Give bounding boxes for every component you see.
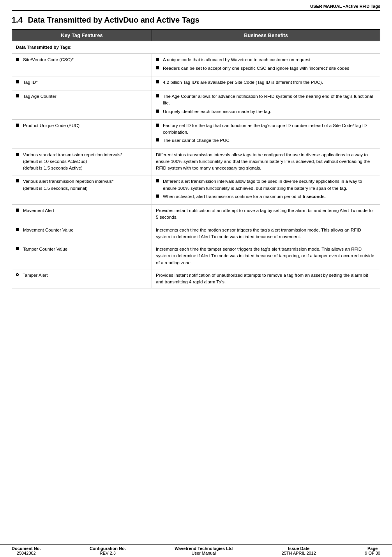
footer-company-label: Wavetrend Technologies Ltd [175, 546, 233, 551]
header-title: USER MANUAL –Active RFID Tags [310, 4, 380, 9]
left-cell-0: Site/Vendor Code (CSC)* [12, 54, 152, 76]
section-title: 1.4 Data Transmitted by ActivDuo and Act… [12, 16, 380, 25]
col1-header: Key Tag Features [12, 30, 152, 41]
footer-issue: Issue Date 25TH APRIL 2012 [282, 546, 316, 555]
table-row: Product Unique Code (PUC)Factory set ID … [12, 119, 380, 149]
left-cell-text-1: Tag ID* [23, 79, 148, 86]
left-cell-1: Tag ID* [12, 76, 152, 90]
left-cell-text-8: Tamper Counter Value [23, 246, 148, 253]
right-cell-7: Increments each time the motion sensor t… [152, 224, 380, 243]
left-cell-text-0: Site/Vendor Code (CSC)* [23, 57, 148, 63]
bullet-square-icon [16, 179, 19, 182]
footer-config-label: Configuration No. [90, 546, 126, 551]
left-cell-text-9: Tamper Alert [23, 272, 148, 279]
right-bullet-square-icon [156, 66, 159, 69]
footer-config-value: REV 2.3 [100, 551, 116, 555]
right-cell-6: Provides instant notification of an atte… [152, 205, 380, 224]
main-table: Key Tag Features Business Benefits Data … [12, 29, 380, 288]
bullet-square-icon [16, 247, 19, 250]
footer-company-value: User Manual [192, 551, 216, 555]
left-cell-6: Movement Alert [12, 205, 152, 224]
footer-doc-value: 25042002 [17, 551, 36, 555]
left-cell-2: Tag Age Counter [12, 90, 152, 120]
section-number: 1.4 [12, 16, 23, 24]
bullet-square-icon [16, 94, 19, 97]
right-cell-9: Provides instant notification of unautho… [152, 269, 380, 288]
bullet-square-icon [16, 80, 19, 83]
footer-company: Wavetrend Technologies Ltd User Manual [175, 546, 233, 555]
table-row: Tamper AlertProvides instant notificatio… [12, 269, 380, 288]
header-bar: USER MANUAL –Active RFID Tags [12, 4, 380, 11]
left-cell-3: Product Unique Code (PUC) [12, 119, 152, 149]
right-bullet-square-icon [156, 124, 159, 127]
footer-page-label: Page [367, 546, 378, 551]
col2-header: Business Benefits [152, 30, 380, 41]
table-row: Tag ID*4.2 billion Tag ID's are availabl… [12, 76, 380, 90]
footer-page: Page 9 OF 30 [365, 546, 380, 555]
right-cell-8: Increments each time the tamper sensor t… [152, 243, 380, 269]
left-cell-text-6: Movement Alert [23, 207, 148, 214]
left-cell-text-2: Tag Age Counter [23, 93, 148, 100]
table-row: Various standard transmission repetition… [12, 149, 380, 175]
right-bullet-square-icon [156, 179, 159, 182]
left-cell-9: Tamper Alert [12, 269, 152, 288]
bullet-circle-icon [16, 273, 19, 276]
table-row: Tag Age CounterThe Age Counter allows fo… [12, 90, 380, 120]
section-heading: Data Transmitted by ActivDuo and Active … [28, 16, 199, 24]
footer-issue-label: Issue Date [288, 546, 309, 551]
bullet-square-icon [16, 153, 19, 156]
footer-doc-label: Document No. [12, 546, 41, 551]
footer: Document No. 25042002 Configuration No. … [0, 544, 392, 557]
left-cell-text-3: Product Unique Code (PUC) [23, 122, 148, 129]
left-cell-5: Various alert transmission repetition in… [12, 175, 152, 205]
right-bullet-square-icon [156, 195, 159, 198]
left-cell-4: Various standard transmission repetition… [12, 149, 152, 175]
right-bullet-square-icon [156, 110, 159, 113]
section-header-cell: Data Transmitted by Tags: [12, 41, 380, 54]
bullet-square-icon [16, 228, 19, 231]
left-cell-8: Tamper Counter Value [12, 243, 152, 269]
footer-config: Configuration No. REV 2.3 [90, 546, 126, 555]
footer-issue-value: 25TH APRIL 2012 [282, 551, 316, 555]
right-cell-0: A unique code that is allocated by Wavet… [152, 54, 380, 76]
table-row: Tamper Counter ValueIncrements each time… [12, 243, 380, 269]
bullet-square-icon [16, 58, 19, 61]
table-row: Site/Vendor Code (CSC)*A unique code tha… [12, 54, 380, 76]
right-bullet-square-icon [156, 58, 159, 61]
left-cell-text-7: Movement Counter Value [23, 227, 148, 233]
bullet-square-icon [16, 124, 19, 127]
right-bullet-square-icon [156, 94, 159, 97]
right-cell-4: Different status transmission intervals … [152, 149, 380, 175]
footer-page-value: 9 OF 30 [365, 551, 380, 555]
bullet-square-icon [16, 209, 19, 212]
right-cell-5: Different alert transmission intervals a… [152, 175, 380, 205]
right-cell-2: The Age Counter allows for advance notif… [152, 90, 380, 120]
section-header-row: Data Transmitted by Tags: [12, 41, 380, 54]
table-row: Movement Counter ValueIncrements each ti… [12, 224, 380, 243]
right-bullet-square-icon [156, 138, 159, 141]
left-cell-text-4: Various standard transmission repetition… [23, 152, 148, 172]
left-cell-7: Movement Counter Value [12, 224, 152, 243]
table-row: Movement AlertProvides instant notificat… [12, 205, 380, 224]
right-cell-3: Factory set ID for the tag that can func… [152, 119, 380, 149]
right-cell-1: 4.2 billion Tag ID's are available per S… [152, 76, 380, 90]
table-row: Various alert transmission repetition in… [12, 175, 380, 205]
footer-doc: Document No. 25042002 [12, 546, 41, 555]
left-cell-text-5: Various alert transmission repetition in… [23, 178, 148, 192]
right-bullet-square-icon [156, 80, 159, 83]
